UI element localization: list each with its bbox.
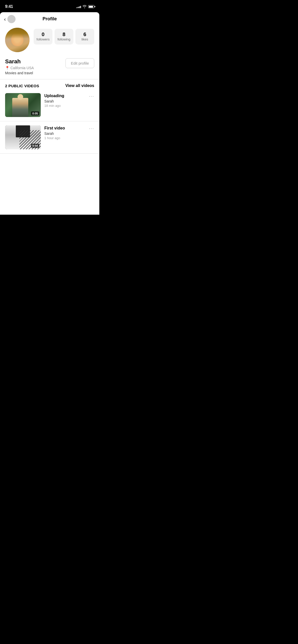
followers-stat[interactable]: 0 followers	[34, 29, 52, 45]
video-title-2: First video	[44, 126, 85, 130]
user-details: Sarah 📍 California USA Movies and travel	[5, 58, 34, 75]
following-count: 8	[62, 32, 65, 37]
stats-row: 0 followers 8 following 6 likes	[34, 28, 94, 45]
back-avatar	[7, 15, 16, 23]
profile-avatar	[5, 28, 30, 52]
likes-stat[interactable]: 6 likes	[75, 29, 94, 45]
profile-section: 0 followers 8 following 6 likes	[0, 26, 99, 56]
user-name: Sarah	[5, 58, 34, 65]
top-nav: ‹ Profile	[0, 12, 99, 26]
likes-label: likes	[82, 37, 88, 41]
following-stat[interactable]: 8 following	[55, 29, 73, 45]
video-info-2: First video Sarah 1 hour ago	[44, 125, 85, 140]
location-text: California USA	[10, 66, 34, 70]
video-item-1[interactable]: 0:05 Uploading Sarah 18 min ago ···	[0, 91, 99, 121]
view-all-videos-button[interactable]: View all videos	[65, 83, 94, 88]
back-button[interactable]: ‹	[4, 15, 16, 23]
user-info: Sarah 📍 California USA Movies and travel…	[0, 56, 99, 79]
edit-profile-button[interactable]: Edit profile	[65, 58, 94, 68]
status-time: 9:41	[5, 4, 13, 9]
video-title-1: Uploading	[44, 94, 85, 98]
divider-3	[0, 153, 99, 154]
status-icons	[76, 5, 94, 8]
video-item-2[interactable]: 0:44 First video Sarah 1 hour ago ···	[0, 121, 99, 153]
video-duration-2: 0:44	[31, 144, 39, 148]
videos-header: 2 PUBLIC VIDEOS View all videos	[0, 79, 99, 91]
signal-icon	[76, 5, 81, 8]
video-thumbnail-1: 0:05	[5, 93, 41, 117]
page-title: Profile	[43, 16, 57, 22]
main-content: ‹ Profile 0 followers 8 following 6 like…	[0, 12, 99, 215]
followers-label: followers	[36, 37, 49, 41]
status-bar: 9:41	[0, 0, 99, 12]
back-chevron-icon: ‹	[4, 17, 6, 22]
location-pin-icon: 📍	[5, 66, 9, 70]
video-more-button-2[interactable]: ···	[89, 125, 94, 131]
video-time-2: 1 hour ago	[44, 136, 85, 140]
user-bio: Movies and travel	[5, 71, 34, 75]
wifi-icon	[83, 5, 87, 8]
video-author-2: Sarah	[44, 131, 85, 136]
profile-avatar-wrap	[5, 28, 30, 52]
video-more-button-1[interactable]: ···	[89, 93, 94, 99]
user-location: 📍 California USA	[5, 66, 34, 70]
video-info-1: Uploading Sarah 18 min ago	[44, 93, 85, 108]
avatar-image	[5, 28, 30, 52]
video-author-1: Sarah	[44, 99, 85, 103]
likes-count: 6	[83, 32, 86, 37]
battery-icon	[88, 5, 94, 8]
followers-count: 0	[42, 32, 44, 37]
video-thumbnail-2: 0:44	[5, 125, 41, 149]
following-label: following	[58, 37, 71, 41]
video-time-1: 18 min ago	[44, 104, 85, 108]
videos-section-title: 2 PUBLIC VIDEOS	[5, 84, 39, 88]
video-duration-1: 0:05	[31, 111, 39, 115]
